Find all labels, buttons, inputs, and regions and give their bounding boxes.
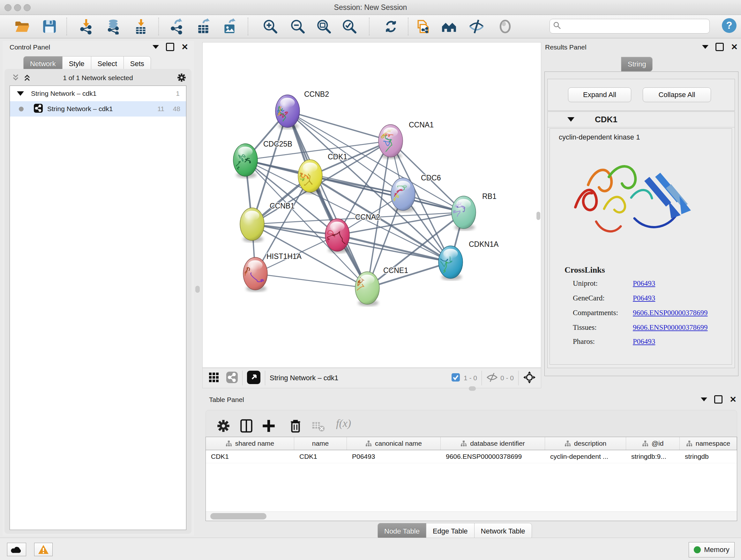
zoom-selected-icon[interactable] (341, 18, 357, 35)
collapse-all-button[interactable]: Collapse All (643, 87, 711, 102)
apply-layout-icon[interactable] (383, 18, 399, 35)
hide-eye-icon[interactable] (468, 18, 484, 35)
network-collection-row[interactable]: String Network – cdk1 1 (10, 86, 186, 101)
show-eye-icon[interactable] (497, 18, 513, 35)
delete-table-icon[interactable] (311, 419, 325, 433)
cell-shared-name[interactable]: CDK1 (206, 450, 294, 463)
gene-section-header[interactable]: CDK1 (548, 112, 735, 127)
network-node-ccna2[interactable] (325, 219, 349, 251)
birdseye-toggle-icon[interactable] (247, 371, 260, 385)
tab-edge-table[interactable]: Edge Table (426, 523, 475, 540)
network-node-ccna1[interactable] (379, 125, 403, 157)
crosslink-tissues-link[interactable]: 9606.ENSP00000378699 (633, 323, 708, 332)
network-node-ccnb1[interactable] (240, 208, 264, 240)
collection-disclosure-icon[interactable] (17, 91, 24, 96)
network-node-cdkn1a[interactable] (433, 246, 463, 280)
search-field[interactable] (549, 19, 710, 34)
panel-float-icon[interactable] (714, 395, 723, 403)
panel-float-icon[interactable] (166, 43, 174, 51)
cell-name[interactable]: CDK1 (294, 450, 347, 463)
bottom-splitter-handle[interactable] (469, 386, 476, 391)
table-gear-icon[interactable] (215, 418, 231, 434)
pan-crosshair-icon[interactable] (523, 371, 536, 385)
network-row-selected[interactable]: String Network – cdk1 11 48 (10, 101, 186, 117)
hidden-eye-slash-icon[interactable] (486, 373, 498, 383)
column-header-name[interactable]: name (294, 437, 347, 450)
panel-menu-icon[interactable] (701, 397, 707, 401)
open-session-icon[interactable] (14, 18, 30, 35)
string-results-container: Expand All Collapse All CDK1 cyclin-depe… (544, 71, 738, 376)
table-row[interactable]: CDK1CDK1P064939606.ENSP00000378699cyclin… (206, 450, 737, 463)
panel-menu-icon[interactable] (152, 45, 159, 49)
crosslink-uniprot-link[interactable]: P06493 (633, 279, 655, 288)
network-node-ccne1[interactable] (347, 272, 380, 304)
results-panel-title: Results Panel (545, 44, 587, 51)
cell-canonical-name[interactable]: P06493 (347, 450, 441, 463)
zoom-in-icon[interactable] (262, 18, 278, 35)
panel-close-icon[interactable]: ✕ (181, 44, 188, 50)
network-node-hist1h1a[interactable] (239, 257, 267, 290)
export-image-icon[interactable] (221, 18, 238, 35)
import-table-icon[interactable] (133, 18, 149, 35)
delete-column-icon[interactable] (287, 418, 304, 434)
memory-button[interactable]: Memory (689, 542, 735, 557)
string-homes-icon[interactable] (441, 18, 457, 35)
expand-all-button[interactable]: Expand All (568, 87, 631, 102)
table-hscrollbar[interactable] (206, 511, 737, 521)
gene-disclosure-icon[interactable] (567, 117, 575, 122)
grid-view-icon[interactable] (208, 372, 219, 384)
tab-network-table[interactable]: Network Table (475, 523, 532, 540)
column-header--id[interactable]: @id (626, 437, 680, 450)
import-network-from-database-icon[interactable] (105, 18, 121, 35)
selected-checkbox-icon[interactable] (451, 373, 461, 383)
export-network-icon[interactable] (169, 18, 185, 35)
panel-menu-icon[interactable] (702, 45, 709, 49)
column-header-canonical-name[interactable]: canonical name (347, 437, 441, 450)
crosslink-pharos-link[interactable]: P06493 (633, 337, 655, 346)
crosslink-genecard-link[interactable]: P06493 (633, 294, 655, 302)
panel-close-icon[interactable]: ✕ (731, 44, 738, 50)
cell-description[interactable]: cyclin-dependent ... (545, 450, 626, 463)
save-session-icon[interactable] (42, 18, 57, 35)
add-column-icon[interactable] (261, 418, 277, 434)
string-network-graph[interactable]: CCNB2CCNA1CDC25BCDK1CDC6RB1CCNB1CCNA2CDK… (203, 43, 541, 368)
search-input[interactable] (564, 22, 710, 30)
network-selection-status: 1 of 1 Network selected (4, 74, 192, 82)
network-share-icon[interactable] (226, 372, 238, 384)
help-icon[interactable]: ? (721, 17, 737, 34)
cell--id[interactable]: stringdb:9... (626, 450, 680, 463)
panel-float-icon[interactable] (716, 43, 724, 51)
network-options-gear-icon[interactable] (176, 72, 187, 84)
collection-label: String Network – cdk1 (31, 90, 96, 98)
tab-node-table[interactable]: Node Table (378, 523, 426, 540)
table-hscroll-thumb[interactable] (210, 513, 266, 519)
crosslink-compartments-link[interactable]: 9606.ENSP00000378699 (633, 309, 708, 317)
cell-database-identifier[interactable]: 9606.ENSP00000378699 (441, 450, 545, 463)
cloud-button[interactable] (7, 543, 26, 556)
network-node-cdc6[interactable] (391, 178, 415, 210)
column-header-shared-name[interactable]: shared name (206, 437, 294, 450)
import-network-icon[interactable] (78, 18, 94, 35)
zoom-fit-icon[interactable] (316, 18, 332, 35)
show-columns-icon[interactable] (239, 418, 254, 434)
cell-namespace[interactable]: stringdb (680, 450, 737, 463)
network-list-container: 1 of 1 Network selected String Network –… (4, 69, 192, 534)
network-node-cdc25b[interactable] (232, 144, 258, 176)
network-node-ccnb2[interactable] (266, 95, 300, 127)
left-splitter-handle[interactable] (195, 286, 200, 293)
network-canvas[interactable]: CCNB2CCNA1CDC25BCDK1CDC6RB1CCNB1CCNA2CDK… (202, 42, 541, 368)
duplicate-network-icon[interactable] (415, 18, 431, 35)
tab-string[interactable]: String (621, 57, 653, 71)
network-vscroll-thumb[interactable] (536, 212, 540, 220)
column-header-namespace[interactable]: namespace (680, 437, 737, 450)
column-header-database-identifier[interactable]: database identifier (441, 437, 545, 450)
network-node-rb1[interactable] (452, 196, 476, 229)
node-label-ccne1: CCNE1 (383, 266, 408, 274)
table-header-row: shared namenamecanonical namedatabase id… (206, 437, 737, 450)
export-table-icon[interactable] (195, 18, 211, 35)
zoom-out-icon[interactable] (290, 18, 306, 35)
panel-close-icon[interactable]: ✕ (730, 396, 737, 402)
warning-button[interactable] (34, 543, 53, 556)
column-header-description[interactable]: description (545, 437, 626, 450)
function-builder-icon[interactable]: f(x) (336, 417, 351, 429)
